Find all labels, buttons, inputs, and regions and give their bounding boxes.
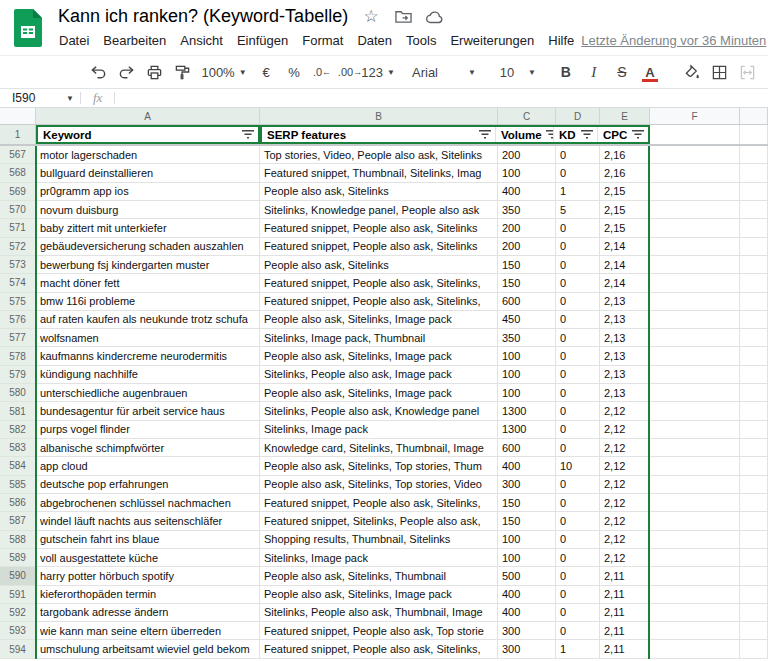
cell-empty-f[interactable] [650,238,740,256]
cell-keyword[interactable]: wie kann man seine eltern überreden [36,622,260,640]
cell-keyword[interactable]: kaufmanns kindercreme neurodermitis [36,347,260,365]
cell-d1-kd-header[interactable]: KD [554,127,598,142]
cell-empty-g[interactable] [740,201,768,219]
cell-empty-f[interactable] [650,384,740,402]
filter-icon[interactable] [581,130,593,139]
column-header-e[interactable]: E [600,108,650,124]
cell-cpc[interactable]: 2,12 [600,439,650,457]
cell-empty-f[interactable] [650,274,740,292]
cell-cpc[interactable]: 2,13 [600,347,650,365]
menu-einfuegen[interactable]: Einfügen [230,30,295,51]
cell-volume[interactable]: 300 [498,640,556,658]
cell-keyword[interactable]: gutschein fahrt ins blaue [36,531,260,549]
cell-kd[interactable]: 0 [556,476,600,494]
cell-volume[interactable]: 150 [498,274,556,292]
cell-volume[interactable]: 450 [498,311,556,329]
cell-serp-features[interactable]: Featured snippet, People also ask, Sitel… [260,238,498,256]
cell-cpc[interactable]: 2,14 [600,274,650,292]
undo-icon[interactable] [86,60,110,84]
cell-empty-g[interactable] [740,476,768,494]
cell-volume[interactable]: 350 [498,329,556,347]
cell-kd[interactable]: 0 [556,329,600,347]
cell-empty-g[interactable] [740,347,768,365]
cell-keyword[interactable]: wolfsnamen [36,329,260,347]
cell-keyword[interactable]: deutsche pop erfahrungen [36,476,260,494]
name-box[interactable]: I590 ▼ [0,89,80,107]
cell-empty-g[interactable] [740,622,768,640]
cell-keyword[interactable]: harry potter hörbuch spotify [36,567,260,585]
cell-cpc[interactable]: 2,16 [600,146,650,164]
row-number[interactable]: 581 [0,402,36,420]
cell-cpc[interactable]: 2,12 [600,549,650,567]
row-number[interactable]: 585 [0,476,36,494]
row-number[interactable]: 588 [0,531,36,549]
cell-serp-features[interactable]: People also ask, Sitelinks, Image pack [260,384,498,402]
cell-volume[interactable]: 200 [498,146,556,164]
cell-cpc[interactable]: 2,14 [600,238,650,256]
cell-volume[interactable]: 100 [498,531,556,549]
cell-cpc[interactable]: 2,14 [600,256,650,274]
cell-serp-features[interactable]: Sitelinks, Image pack, Thumbnail [260,329,498,347]
cell-volume[interactable]: 500 [498,567,556,585]
paint-format-icon[interactable] [170,60,194,84]
cell-cpc[interactable]: 2,13 [600,329,650,347]
cell-cpc[interactable]: 2,12 [600,421,650,439]
cell-volume[interactable]: 600 [498,293,556,311]
cell-kd[interactable]: 0 [556,347,600,365]
cell-keyword[interactable]: albanische schimpfwörter [36,439,260,457]
cell-empty-f[interactable] [650,293,740,311]
cell-empty-g[interactable] [740,183,768,201]
row-number[interactable]: 582 [0,421,36,439]
row-number[interactable]: 586 [0,494,36,512]
filter-icon[interactable] [546,130,554,139]
row-number[interactable]: 587 [0,512,36,530]
cell-empty-g[interactable] [740,421,768,439]
cell-serp-features[interactable]: Featured snippet, People also ask, Sitel… [260,219,498,237]
cell-volume[interactable]: 100 [498,366,556,384]
cell-empty-f[interactable] [650,219,740,237]
cell-empty-g[interactable] [740,366,768,384]
cloud-saved-icon[interactable] [426,8,444,26]
cell-kd[interactable]: 0 [556,549,600,567]
cell-kd[interactable]: 0 [556,421,600,439]
column-header-d[interactable]: D [556,108,600,124]
cell-cpc[interactable]: 2,12 [600,531,650,549]
bold-button[interactable]: B [554,60,578,84]
cell-kd[interactable]: 0 [556,219,600,237]
cell-serp-features[interactable]: Top stories, Video, People also ask, Sit… [260,146,498,164]
cell-empty-f[interactable] [650,329,740,347]
cell-keyword[interactable]: purps vogel flinder [36,421,260,439]
cell-cpc[interactable]: 2,16 [600,164,650,182]
menu-erweiterungen[interactable]: Erweiterungen [443,30,541,51]
cell-c1-volume-header[interactable]: Volume [496,127,554,142]
cell-empty-f[interactable] [650,640,740,658]
cell-empty-g[interactable] [740,293,768,311]
cell-empty-f[interactable] [650,421,740,439]
cell-empty-g[interactable] [740,219,768,237]
cell-kd[interactable]: 0 [556,567,600,585]
cell-g1-partial[interactable] [740,125,768,144]
cell-empty-f[interactable] [650,494,740,512]
cell-empty-f[interactable] [650,164,740,182]
cell-empty-g[interactable] [740,640,768,658]
cell-cpc[interactable]: 2,12 [600,402,650,420]
cell-empty-f[interactable] [650,347,740,365]
cell-kd[interactable]: 0 [556,366,600,384]
cell-cpc[interactable]: 2,13 [600,384,650,402]
menu-daten[interactable]: Daten [350,30,399,51]
format-currency-button[interactable]: € [254,60,278,84]
cell-volume[interactable]: 100 [498,164,556,182]
cell-empty-g[interactable] [740,329,768,347]
move-folder-icon[interactable] [394,8,412,26]
borders-icon[interactable] [708,60,732,84]
cell-keyword[interactable]: auf raten kaufen als neukunde trotz schu… [36,311,260,329]
cell-cpc[interactable]: 2,11 [600,586,650,604]
cell-keyword[interactable]: kündigung nachhilfe [36,366,260,384]
cell-cpc[interactable]: 2,15 [600,183,650,201]
cell-keyword[interactable]: pr0gramm app ios [36,183,260,201]
menu-ansicht[interactable]: Ansicht [173,30,230,51]
cell-kd[interactable]: 0 [556,311,600,329]
row-number[interactable]: 573 [0,256,36,274]
cell-cpc[interactable]: 2,13 [600,366,650,384]
cell-keyword[interactable]: umschulung arbeitsamt wieviel geld bekom [36,640,260,658]
